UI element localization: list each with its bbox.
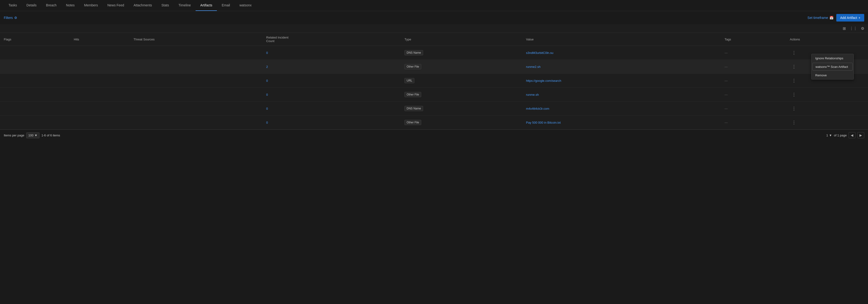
toolbar-left: Filters ⚙	[4, 16, 17, 20]
actions-menu-button[interactable]: ⋮	[790, 119, 798, 126]
col-related-incident-count: Related IncidentCount	[262, 33, 401, 46]
add-artifact-button[interactable]: Add Artifact +	[836, 14, 864, 22]
nav-tab-artifacts[interactable]: Artifacts	[195, 0, 217, 11]
page-size-value: 100	[28, 134, 34, 137]
table-row: 0DNS Namem4x4tt4ck3r.com—⋮	[0, 102, 868, 115]
nav-tab-stats[interactable]: Stats	[157, 0, 174, 11]
table-view-icon[interactable]: ⊞	[843, 26, 846, 31]
context-menu: Ignore Relationshipswatsonx™ Scan Artifa…	[811, 54, 854, 80]
actions-menu-button[interactable]: ⋮	[790, 77, 798, 84]
nav-tab-newsfeed[interactable]: News Feed	[103, 0, 129, 11]
cell-actions: ⋮	[786, 102, 868, 115]
table-settings-icon[interactable]: ⚙	[861, 26, 864, 31]
cell-related-incident-count[interactable]: 2	[262, 60, 401, 74]
cell-tags: —	[721, 88, 786, 102]
columns-icon[interactable]: ⋮⋮	[849, 26, 857, 31]
cell-value[interactable]: Pay 500 000 in Bitcoin.txt	[522, 115, 721, 130]
cell-related-incident-count[interactable]: 0	[262, 115, 401, 130]
cell-flags	[0, 102, 70, 115]
pagination-bar: Items per page 100 ▼ 1-6 of 6 items 1 ▼ …	[0, 130, 868, 141]
context-menu-item-remove[interactable]: Remove	[811, 71, 854, 79]
top-navigation: TasksDetailsBreachNotesMembersNews FeedA…	[0, 0, 868, 11]
cell-tags: —	[721, 115, 786, 130]
cell-threat-sources	[130, 46, 262, 60]
cell-flags	[0, 115, 70, 130]
page-toolbar: Filters ⚙ Set timeframe 📅 Add Artifact +	[0, 11, 868, 24]
cell-tags: —	[721, 60, 786, 74]
page-size-selector[interactable]: 100 ▼	[26, 132, 40, 138]
col-flags: Flags	[0, 33, 70, 46]
cell-hits	[70, 60, 130, 74]
nav-tab-notes[interactable]: Notes	[61, 0, 80, 11]
nav-tab-details[interactable]: Details	[22, 0, 41, 11]
cell-actions: ⋮	[786, 88, 868, 102]
page-chevron: ▼	[829, 134, 832, 137]
table-row: 0Other FilePay 500 000 in Bitcoin.txt—⋮	[0, 115, 868, 130]
cell-value[interactable]: runme2.sh	[522, 60, 721, 74]
nav-tab-tasks[interactable]: Tasks	[4, 0, 22, 11]
col-tags: Tags	[721, 33, 786, 46]
cell-type: Other File	[401, 88, 522, 102]
cell-related-incident-count[interactable]: 0	[262, 88, 401, 102]
cell-threat-sources	[130, 115, 262, 130]
table-row: 0DNS Names3ndM3urbitC0ln.su—⋮	[0, 46, 868, 60]
cell-related-incident-count[interactable]: 0	[262, 46, 401, 60]
cell-actions: ⋮	[786, 115, 868, 130]
add-artifact-label: Add Artifact	[840, 16, 857, 20]
nav-tab-attachments[interactable]: Attachments	[129, 0, 157, 11]
cell-value[interactable]: s3ndM3urbitC0ln.su	[522, 46, 721, 60]
col-type: Type	[401, 33, 522, 46]
filters-button[interactable]: Filters ⚙	[4, 16, 17, 20]
nav-tab-watsonx[interactable]: watsonx	[235, 0, 256, 11]
filter-icon: ⚙	[14, 16, 17, 20]
context-menu-item-watsonx_scan[interactable]: watsonx™ Scan Artifact	[812, 63, 852, 71]
cell-related-incident-count[interactable]: 0	[262, 74, 401, 88]
cell-threat-sources	[130, 60, 262, 74]
cell-flags	[0, 88, 70, 102]
context-menu-item-ignore_relationships[interactable]: Ignore Relationships	[811, 54, 854, 62]
header-row: Flags Hits Threat Sources Related Incide…	[0, 33, 868, 46]
set-timeframe-button[interactable]: Set timeframe 📅	[807, 16, 834, 20]
cell-hits	[70, 74, 130, 88]
toolbar-right: Set timeframe 📅 Add Artifact +	[807, 14, 864, 22]
cell-threat-sources	[130, 74, 262, 88]
table-toolbar: ⊞ ⋮⋮ ⚙	[0, 24, 868, 33]
table-row: 0Other Filerunme.sh—⋮	[0, 88, 868, 102]
cell-flags	[0, 74, 70, 88]
page-number-display: 1 ▼	[826, 134, 832, 137]
actions-menu-button[interactable]: ⋮	[790, 105, 798, 112]
pagination-left: Items per page 100 ▼ 1-6 of 6 items	[4, 132, 60, 138]
filters-label: Filters	[4, 16, 13, 20]
cell-value[interactable]: https://google.com/search	[522, 74, 721, 88]
cell-hits	[70, 46, 130, 60]
actions-menu-button[interactable]: ⋮	[790, 91, 798, 98]
items-per-page-label: Items per page	[4, 134, 24, 137]
table-row: 2Other Filerunme2.sh—⋮Ignore Relationshi…	[0, 60, 868, 74]
cell-type: Other File	[401, 115, 522, 130]
cell-value[interactable]: m4x4tt4ck3r.com	[522, 102, 721, 115]
table-row: 0URLhttps://google.com/search—⋮	[0, 74, 868, 88]
cell-type: DNS Name	[401, 102, 522, 115]
nav-tab-breach[interactable]: Breach	[41, 0, 61, 11]
next-page-button[interactable]: ▶	[857, 132, 864, 138]
cell-related-incident-count[interactable]: 0	[262, 102, 401, 115]
actions-menu-button[interactable]: ⋮	[790, 63, 798, 70]
cell-type: URL	[401, 74, 522, 88]
cell-type: DNS Name	[401, 46, 522, 60]
current-page: 1	[826, 134, 828, 137]
cell-actions: ⋮Ignore Relationshipswatsonx™ Scan Artif…	[786, 60, 868, 74]
cell-value[interactable]: runme.sh	[522, 88, 721, 102]
total-pages-label: of 1 page	[834, 134, 847, 137]
nav-tab-email[interactable]: Email	[217, 0, 235, 11]
nav-tab-members[interactable]: Members	[80, 0, 103, 11]
nav-tab-timeline[interactable]: Timeline	[174, 0, 195, 11]
page-size-chevron: ▼	[34, 134, 37, 137]
actions-menu-button[interactable]: ⋮	[790, 49, 798, 56]
cell-flags	[0, 60, 70, 74]
col-value: Value	[522, 33, 721, 46]
prev-page-button[interactable]: ◀	[848, 132, 856, 138]
col-threat-sources: Threat Sources	[130, 33, 262, 46]
cell-hits	[70, 115, 130, 130]
cell-hits	[70, 88, 130, 102]
cell-tags: —	[721, 102, 786, 115]
